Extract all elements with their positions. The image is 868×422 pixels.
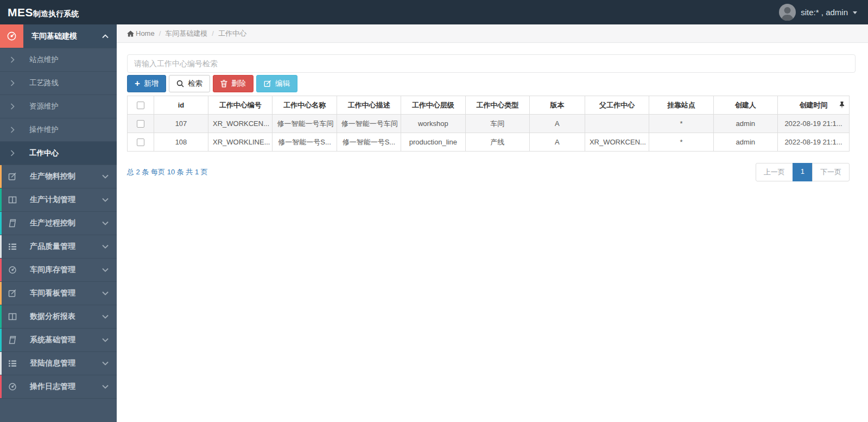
column-header-level[interactable]: 工作中心层级 [401,96,465,115]
column-header-type[interactable]: 工作中心类型 [465,96,529,115]
chevron-down-icon [853,11,857,14]
delete-button-label: 删除 [231,79,246,89]
edit-icon [264,80,271,87]
sidebar-item-production-process[interactable]: 生产过程控制 [0,212,117,235]
column-header-version[interactable]: 版本 [529,96,585,115]
sidebar-item-label: 工艺路线 [29,78,59,88]
prev-page-button[interactable]: 上一页 [756,163,793,181]
cell-level: production_line [401,133,465,152]
cell-parent [585,115,649,133]
search-button[interactable]: 检索 [169,75,210,92]
table-header-row: id 工作中心编号 工作中心名称 工作中心描述 工作中心层级 工作中心类型 版本… [128,96,850,115]
sidebar-item-login-info[interactable]: 登陆信息管理 [0,352,117,375]
chevron-down-icon [102,244,109,249]
sidebar-item-operation-log[interactable]: 操作日志管理 [0,375,117,399]
color-stripe [0,375,2,398]
toolbar: + 新增 检索 删除 编辑 [127,75,856,92]
person-icon [779,4,796,21]
sidebar-item-label: 生产物料控制 [30,172,75,181]
search-input[interactable] [127,54,856,73]
chevron-down-icon [102,198,109,202]
column-header-site[interactable]: 挂靠站点 [649,96,713,115]
column-header-id[interactable]: id [154,96,208,115]
sidebar-item-workshop-inventory[interactable]: 车间库存管理 [0,259,117,282]
column-header-desc[interactable]: 工作中心描述 [337,96,401,115]
add-button[interactable]: + 新增 [127,75,166,92]
book-icon [7,219,18,228]
breadcrumb: Home / 车间基础建模 / 工作中心 [117,24,868,43]
table-row[interactable]: 108 XR_WORKLINE... 修一智能一号S... 修一智能一号S...… [128,133,850,152]
user-menu[interactable]: site:* , admin [779,4,868,21]
cell-version: A [529,115,585,133]
row-checkbox[interactable] [137,138,144,146]
sidebar-item-process-route[interactable]: 工艺路线 [0,72,117,95]
edit-button[interactable]: 编辑 [256,75,297,92]
chevron-down-icon [102,291,109,295]
row-select-cell [128,115,154,133]
cell-creator: admin [713,115,777,133]
breadcrumb-home[interactable]: Home [127,29,155,37]
sidebar-item-production-material[interactable]: 生产物料控制 [0,165,117,188]
column-header-created-time-label: 创建时间 [800,101,828,109]
brand-subtitle: 制造执行系统 [33,9,79,18]
cell-version: A [529,133,585,152]
sidebar-item-workshop-kanban[interactable]: 车间看板管理 [0,282,117,305]
column-header-code[interactable]: 工作中心编号 [208,96,273,115]
page-number-1[interactable]: 1 [793,163,813,181]
column-header-created-time[interactable]: 创建时间 [778,96,850,115]
sidebar-item-label: 操作日志管理 [30,382,75,392]
sidebar-item-label: 资源维护 [29,102,59,111]
sidebar-item-label: 车间看板管理 [30,288,75,298]
color-stripe [0,188,2,211]
sidebar-item-operation-maintenance[interactable]: 操作维护 [0,118,117,142]
sidebar-item-label: 登陆信息管理 [30,358,75,368]
breadcrumb-separator: / [212,29,214,37]
delete-button[interactable]: 删除 [213,75,254,92]
sidebar-item-site-maintenance[interactable]: 站点维护 [0,48,117,72]
user-label: site:* , admin [801,8,848,17]
breadcrumb-level1[interactable]: 车间基础建模 [165,29,207,39]
column-header-name[interactable]: 工作中心名称 [273,96,337,115]
brand-mes: MES [8,6,33,18]
cell-name: 修一智能一号S... [273,133,337,152]
chevron-right-icon [10,103,15,110]
cell-code: XR_WORKLINE... [208,133,273,152]
color-stripe [0,165,2,188]
sidebar-item-production-plan[interactable]: 生产计划管理 [0,188,117,212]
dashboard-icon [7,382,18,391]
breadcrumb-level2: 工作中心 [218,29,246,39]
color-stripe [0,282,2,305]
select-all-checkbox[interactable] [137,102,144,109]
next-page-button[interactable]: 下一页 [812,163,850,181]
breadcrumb-separator: / [159,29,161,37]
table-row[interactable]: 107 XR_WORKCEN... 修一智能一号车间 修一智能一号车间 work… [128,115,850,133]
row-checkbox[interactable] [137,120,144,128]
avatar[interactable] [779,4,796,21]
sidebar-item-label: 系统基础管理 [30,335,75,345]
sidebar-item-data-analysis[interactable]: 数据分析报表 [0,305,117,329]
book-icon [7,336,18,344]
color-stripe [0,305,2,328]
sidebar-item-work-center[interactable]: 工作中心 [0,142,117,165]
pin-icon[interactable] [839,102,845,109]
column-header-creator[interactable]: 创建人 [713,96,777,115]
color-stripe [0,212,2,235]
chevron-right-icon [10,150,15,156]
cell-type: 产线 [465,133,529,152]
sidebar: 车间基础建模 站点维护 工艺路线 资源维护 操作维护 工作中心 生产物料控制 生… [0,24,117,422]
search-icon [176,80,184,87]
sidebar-item-product-quality[interactable]: 产品质量管理 [0,235,117,259]
cell-creator: admin [713,133,777,152]
work-center-page: + 新增 检索 删除 编辑 id [117,43,868,181]
plus-icon: + [135,79,140,88]
top-navbar: MES制造执行系统 site:* , admin [0,0,868,24]
cell-desc: 修一智能一号S... [337,133,401,152]
sidebar-item-system-basic[interactable]: 系统基础管理 [0,329,117,352]
column-header-parent[interactable]: 父工作中心 [585,96,649,115]
chevron-down-icon [102,268,109,272]
dashboard-icon [7,266,18,274]
sidebar-item-workshop-modeling[interactable]: 车间基础建模 [0,24,117,48]
dashboard-icon [0,24,23,48]
app-brand: MES制造执行系统 [0,6,79,19]
sidebar-item-resource-maintenance[interactable]: 资源维护 [0,95,117,118]
